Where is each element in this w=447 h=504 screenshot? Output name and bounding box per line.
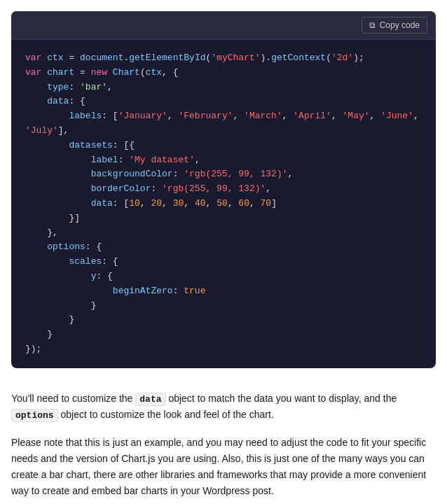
code-line-6: 'July'], <box>25 124 422 139</box>
prose-section: You'll need to customize the data object… <box>0 379 447 499</box>
para1-text-mid: object to match the data you want to dis… <box>166 393 397 404</box>
code-block-container: ⧉ Copy code var ctx = document.getElemen… <box>11 11 436 368</box>
code-options-inline: options <box>11 409 58 422</box>
code-line-9: backgroundColor: 'rgb(255, 99, 132)', <box>25 167 422 182</box>
para1-text-after: object to customize the look and feel of… <box>58 409 274 420</box>
code-line-11: data: [10, 20, 30, 40, 50, 60, 70] <box>25 197 422 211</box>
paragraph-1: You'll need to customize the data object… <box>11 391 436 424</box>
code-line-10: borderColor: 'rgb(255, 99, 132)', <box>25 182 422 197</box>
code-line-5: labels: ['January', 'February', 'March',… <box>25 109 422 124</box>
code-line-16: y: { <box>25 270 422 284</box>
code-line-20: } <box>25 328 422 342</box>
code-line-18: } <box>25 299 422 314</box>
code-line-1: var ctx = document.getElementById('myCha… <box>25 51 422 66</box>
code-line-3: type: 'bar', <box>25 80 422 95</box>
code-data-inline: data <box>135 393 165 406</box>
code-line-7: datasets: [{ <box>25 139 422 153</box>
code-line-17: beginAtZero: true <box>25 284 422 299</box>
code-header: ⧉ Copy code <box>11 11 436 40</box>
code-line-4: data: { <box>25 94 422 109</box>
code-line-14: options: { <box>25 240 422 255</box>
paragraph-2: Please note that this is just an example… <box>11 435 436 499</box>
code-line-13: }, <box>25 226 422 241</box>
code-line-19: } <box>25 313 422 328</box>
code-line-12: }] <box>25 211 422 226</box>
copy-code-button[interactable]: ⧉ Copy code <box>362 17 427 34</box>
code-line-15: scales: { <box>25 255 422 270</box>
code-content: var ctx = document.getElementById('myCha… <box>11 40 436 368</box>
code-line-2: var chart = new Chart(ctx, { <box>25 66 422 80</box>
code-line-8: label: 'My dataset', <box>25 153 422 168</box>
copy-icon: ⧉ <box>369 20 376 30</box>
code-line-21: }); <box>25 342 422 357</box>
para1-text-before: You'll need to customize the <box>11 393 135 404</box>
copy-label: Copy code <box>380 20 420 30</box>
